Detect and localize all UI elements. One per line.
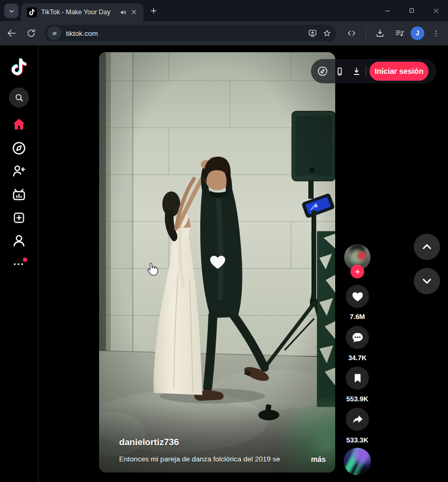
reload-button[interactable] [25, 27, 37, 40]
profile-icon [11, 233, 27, 248]
tiktok-coin-icon [317, 65, 328, 77]
like-count: 7.6M [342, 313, 373, 321]
install-app-icon[interactable] [307, 28, 318, 38]
site-settings-icon[interactable] [47, 26, 61, 40]
like-button[interactable] [346, 285, 369, 308]
tiktok-favicon [27, 7, 37, 17]
more-dots-icon [11, 255, 28, 269]
share-icon [351, 413, 364, 426]
comment-icon [351, 331, 364, 344]
sidebar-following-button[interactable] [11, 163, 27, 179]
notification-dot [23, 258, 27, 262]
sidebar-live-button[interactable] [11, 187, 27, 203]
chevron-down-icon [7, 7, 16, 15]
video-player[interactable]: danielortiz736 Entonces mi pareja de dan… [99, 52, 335, 473]
caption-more-button[interactable]: más [311, 455, 326, 464]
sidebar-profile-button[interactable] [11, 233, 27, 248]
tiktok-page: danielortiz736 Entonces mi pareja de dan… [0, 45, 448, 482]
chevron-up-icon [421, 240, 433, 253]
bookmark-icon [352, 372, 364, 384]
guest-app-bar: Iniciar sesión [311, 59, 436, 83]
tiktok-logo-icon [11, 57, 27, 76]
hand-cursor [145, 262, 160, 276]
back-button[interactable] [5, 27, 18, 40]
comment-count: 34.7K [342, 354, 373, 362]
minimize-button[interactable] [375, 0, 400, 21]
browser-toolbar: tiktok.com J [0, 21, 448, 45]
bookmark-button[interactable] [346, 367, 369, 390]
share-count: 533.3K [342, 436, 373, 444]
search-icon [14, 93, 24, 103]
sidebar-upload-button[interactable] [12, 210, 26, 225]
sidebar-explore-button[interactable] [11, 140, 27, 156]
tab-title: TikTok - Make Your Day [41, 8, 118, 16]
maximize-button[interactable] [400, 0, 424, 21]
comment-button[interactable] [346, 326, 369, 349]
tab-audio-icon[interactable] [118, 7, 129, 17]
browser-tab[interactable]: TikTok - Make Your Day [21, 3, 143, 21]
live-tv-icon [11, 187, 27, 203]
sidebar-more-button[interactable] [11, 255, 28, 269]
sidebar [0, 45, 38, 482]
close-window-button[interactable] [424, 0, 448, 21]
new-tab-button[interactable] [148, 5, 159, 16]
sidebar-home-button[interactable] [12, 117, 26, 132]
browser-profile-avatar[interactable]: J [411, 26, 424, 40]
following-icon [11, 163, 27, 179]
bookmark-count: 553.9K [342, 395, 373, 403]
plus-icon [354, 268, 361, 275]
home-icon [12, 117, 26, 132]
extension-code-icon[interactable] [345, 27, 358, 40]
downloads-button[interactable] [374, 27, 386, 40]
tiktok-logo[interactable] [10, 57, 28, 77]
next-video-button[interactable] [414, 268, 440, 294]
phone-icon [334, 66, 345, 77]
browser-menu-button[interactable] [430, 27, 442, 40]
previous-video-button[interactable] [414, 234, 440, 260]
tiktok-coin-button[interactable] [314, 63, 331, 80]
browser-window: TikTok - Make Your Day [0, 0, 448, 482]
media-controls-button[interactable] [393, 27, 406, 40]
video-caption: Entonces mi pareja de danza folclórica d… [119, 455, 305, 463]
sidebar-search-button[interactable] [9, 88, 29, 108]
appbar-divider [366, 66, 366, 76]
login-button[interactable]: Iniciar sesión [369, 62, 428, 81]
bookmark-star-icon[interactable] [322, 28, 332, 38]
share-button[interactable] [346, 408, 369, 431]
like-heart-animation [208, 253, 227, 272]
get-app-button[interactable] [331, 63, 348, 80]
download-icon [351, 66, 362, 77]
window-controls [375, 0, 448, 21]
chevron-down-icon [421, 275, 433, 287]
upload-plus-icon [12, 210, 26, 225]
video-username[interactable]: danielortiz736 [119, 437, 179, 448]
address-bar[interactable]: tiktok.com [44, 25, 336, 42]
tab-close-icon[interactable] [129, 7, 139, 17]
explore-compass-icon [11, 140, 27, 156]
download-app-button[interactable] [348, 63, 365, 80]
url-text: tiktok.com [66, 30, 307, 37]
toolbar-divider [366, 28, 366, 38]
sound-disc[interactable] [344, 448, 371, 475]
like-icon [351, 290, 364, 303]
tab-strip: TikTok - Make Your Day [0, 0, 448, 21]
follow-button[interactable] [350, 265, 364, 278]
tab-search-button[interactable] [4, 4, 18, 18]
